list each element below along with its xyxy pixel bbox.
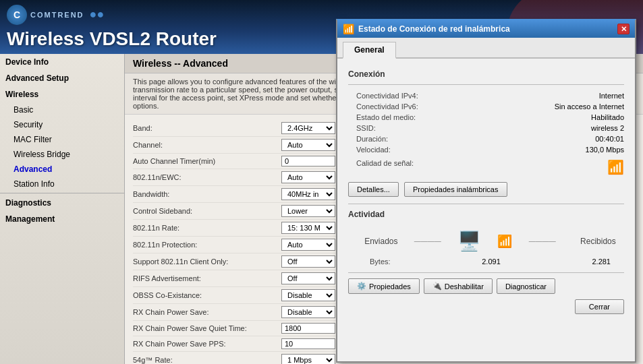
logo-icon: C xyxy=(7,5,27,25)
ipv6-label: Conectividad IPv6: xyxy=(348,102,418,111)
info-row-duration: Duración: 00:40:01 xyxy=(348,133,624,144)
line-dash-left: ———— xyxy=(414,237,441,245)
activity-icons-row: Enviados ———— 🖥️ 📶 ———— Recibidos xyxy=(348,224,624,257)
ipv4-label: Conectividad IPv4: xyxy=(348,92,418,100)
obss-select[interactable]: Disable xyxy=(281,289,335,301)
info-row-ipv6: Conectividad IPv6: Sin acceso a Internet xyxy=(348,101,624,112)
sidebar-item-advanced[interactable]: Advanced xyxy=(0,162,124,177)
rifs-select[interactable]: Off xyxy=(281,272,335,284)
duration-label: Duración: xyxy=(348,135,388,143)
section-divider-mid xyxy=(348,204,624,204)
rx-chain-select[interactable]: Disable xyxy=(281,306,335,318)
row-label-bandwidth: Bandwidth: xyxy=(133,190,281,198)
info-row-speed: Velocidad: 130,0 Mbps xyxy=(348,144,624,155)
product-title: Wireless VDSL2 Router xyxy=(7,28,217,50)
bandwidth-select[interactable]: 40MHz in xyxy=(281,188,335,200)
info-row-ipv4: Conectividad IPv4: Internet xyxy=(348,90,624,101)
row-label-band: Band: xyxy=(133,124,281,132)
sidebar-item-station-info[interactable]: Station Info xyxy=(0,177,124,191)
propiedades-inalambricas-button[interactable]: Propiedades inalámbricas xyxy=(404,182,507,197)
dialog-title-area: 📶 Estado de Conexión de red inalámbrica xyxy=(343,24,510,34)
dialog-tabs: General xyxy=(337,38,635,59)
sidebar-item-device-info[interactable]: Device Info xyxy=(0,54,124,70)
sidebar-divider xyxy=(0,193,124,193)
speed-value: 130,0 Mbps xyxy=(586,146,624,154)
row-label-auto-channel: Auto Channel Timer(min) xyxy=(133,157,281,165)
quiet-time-input[interactable] xyxy=(281,323,335,334)
dialog-titlebar: 📶 Estado de Conexión de red inalámbrica … xyxy=(337,20,635,38)
page-title: Wireless -- Advanced xyxy=(133,58,228,69)
row-label-rate: 802.11n Rate: xyxy=(133,224,281,232)
dialog-action-buttons: Detalles... Propiedades inalámbricas xyxy=(348,182,624,197)
actividad-section-title: Actividad xyxy=(348,210,624,219)
row-label-54g-rate: 54g™ Rate: xyxy=(133,356,281,364)
close-button-area: Cerrar xyxy=(348,299,624,314)
row-label-rifs: RIFS Advertisement: xyxy=(133,274,281,282)
bytes-sent-value: 2.091 xyxy=(482,257,501,266)
sidebar: Device Info Advanced Setup Wireless Basi… xyxy=(0,54,125,364)
sidebar-item-wireless[interactable]: Wireless xyxy=(0,86,124,102)
detalles-button[interactable]: Detalles... xyxy=(348,182,399,197)
bytes-row: Bytes: 2.091 2.281 xyxy=(348,257,624,266)
sidebar-item-mac-filter[interactable]: MAC Filter xyxy=(0,132,124,147)
row-label-quiet-time: RX Chain Power Save Quiet Time: xyxy=(133,324,281,332)
ipv6-value: Sin acceso a Internet xyxy=(555,102,624,111)
diagnosticar-button[interactable]: Diagnosticar xyxy=(497,278,555,294)
brand-name: COMTREND xyxy=(30,11,84,19)
logo-comtrend: C COMTREND ●● xyxy=(7,5,217,25)
protection-select[interactable]: Auto xyxy=(281,239,335,251)
deshabilitar-icon: 🔌 xyxy=(432,282,442,291)
cerrar-button[interactable]: Cerrar xyxy=(575,299,624,314)
sideband-select[interactable]: Lower xyxy=(281,205,335,217)
network-status-dialog: 📶 Estado de Conexión de red inalámbrica … xyxy=(336,19,636,363)
client-only-select[interactable]: Off xyxy=(281,255,335,268)
auto-channel-input[interactable] xyxy=(281,156,335,166)
propiedades-button[interactable]: ⚙️ Propiedades xyxy=(348,278,420,294)
sidebar-item-diagnostics[interactable]: Diagnostics xyxy=(0,195,124,211)
tab-general[interactable]: General xyxy=(343,42,396,59)
diagnosticar-label: Diagnosticar xyxy=(505,282,547,291)
row-label-80211n: 802.11n/EWC: xyxy=(133,173,281,181)
conexion-section-title: Conexión xyxy=(348,69,624,79)
sidebar-item-advanced-setup[interactable]: Advanced Setup xyxy=(0,70,124,86)
dialog-title: Estado de Conexión de red inalámbrica xyxy=(358,24,510,34)
recibidos-label: Recibidos xyxy=(572,237,616,246)
signal-bars-display: 📶 xyxy=(607,159,624,175)
sidebar-item-wireless-bridge[interactable]: Wireless Bridge xyxy=(0,147,124,162)
row-label-pps: RX Chain Power Save PPS: xyxy=(133,340,281,348)
80211n-select[interactable]: Auto xyxy=(281,171,335,183)
rate-select[interactable]: 15: 130 M xyxy=(281,222,335,234)
info-row-state: Estado del medio: Habilitado xyxy=(348,112,624,123)
dialog-close-button[interactable]: ✕ xyxy=(617,24,630,34)
54g-rate-select[interactable]: 1 Mbps xyxy=(281,354,335,364)
bottom-buttons-area: ⚙️ Propiedades 🔌 Deshabilitar Diagnostic… xyxy=(348,278,624,294)
row-label-rx-chain: RX Chain Power Save: xyxy=(133,308,281,316)
bytes-received-value: 2.281 xyxy=(592,257,611,266)
sidebar-item-security[interactable]: Security xyxy=(0,117,124,132)
ssid-label: SSID: xyxy=(348,124,376,132)
ipv4-value: Internet xyxy=(599,92,624,100)
deshabilitar-button[interactable]: 🔌 Deshabilitar xyxy=(424,278,493,294)
section-divider-bottom xyxy=(348,272,624,273)
section-divider-top xyxy=(348,84,624,85)
bytes-label: Bytes: xyxy=(362,257,391,266)
signal-bars-activity: 📶 xyxy=(497,234,512,249)
dialog-body: Conexión Conectividad IPv4: Internet Con… xyxy=(337,59,635,322)
sidebar-item-basic[interactable]: Basic xyxy=(0,102,124,117)
network-computer-icon: 🖥️ xyxy=(457,230,481,252)
row-label-client-only: Support 802.11n Client Only: xyxy=(133,257,281,266)
sidebar-item-management[interactable]: Management xyxy=(0,211,124,227)
band-select[interactable]: 2.4GHz xyxy=(281,122,335,134)
pps-input[interactable] xyxy=(281,338,335,349)
signal-quality-row: Calidad de señal: 📶 xyxy=(348,158,624,177)
channel-select[interactable]: Auto xyxy=(281,139,335,151)
ssid-value: wireless 2 xyxy=(591,124,624,132)
deshabilitar-label: Deshabilitar xyxy=(445,282,484,291)
propiedades-icon: ⚙️ xyxy=(357,282,366,291)
row-label-protection: 802.11n Protection: xyxy=(133,241,281,249)
propiedades-label: Propiedades xyxy=(369,282,411,291)
enviados-label: Enviados xyxy=(356,237,397,246)
line-dash-right: ———— xyxy=(529,237,556,245)
signal-icon: 📶 xyxy=(343,24,354,34)
logo-area: C COMTREND ●● Wireless VDSL2 Router xyxy=(7,5,217,50)
